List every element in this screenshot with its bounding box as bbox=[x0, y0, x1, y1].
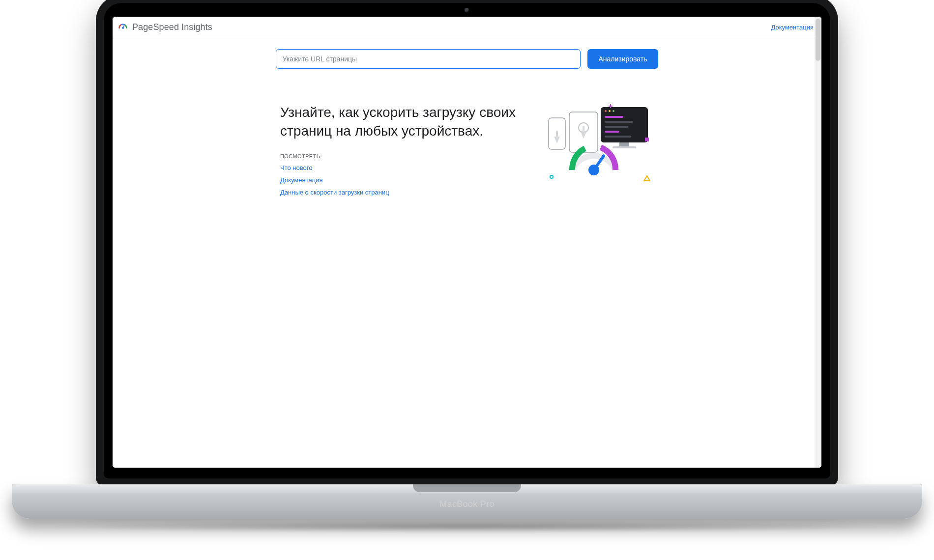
camera-icon bbox=[465, 8, 469, 13]
hero-headline: Узнайте, как ускорить загрузку своих стр… bbox=[280, 103, 522, 140]
svg-point-7 bbox=[609, 110, 611, 112]
brand[interactable]: PageSpeed Insights bbox=[117, 21, 212, 34]
trackpad-notch bbox=[413, 484, 521, 492]
hero-text: Узнайте, как ускорить загрузку своих стр… bbox=[280, 103, 522, 196]
svg-point-8 bbox=[613, 110, 614, 112]
laptop-lid: PageSpeed Insights Документация Анализир… bbox=[96, 0, 838, 486]
hero: Узнайте, как ускорить загрузку своих стр… bbox=[280, 103, 654, 196]
link-documentation[interactable]: Документация bbox=[280, 176, 522, 184]
svg-point-18 bbox=[550, 175, 553, 178]
hero-illustration bbox=[546, 103, 654, 184]
link-whats-new[interactable]: Что нового bbox=[280, 164, 522, 171]
device-label: MacBook Pro bbox=[439, 499, 494, 509]
device-frame: PageSpeed Insights Документация Анализир… bbox=[0, 0, 934, 560]
analyze-form: Анализировать bbox=[113, 38, 821, 74]
svg-point-6 bbox=[605, 110, 607, 112]
scrollbar-thumb[interactable] bbox=[816, 19, 820, 61]
shadow bbox=[44, 521, 890, 532]
svg-rect-15 bbox=[613, 146, 636, 148]
svg-rect-12 bbox=[605, 131, 619, 133]
svg-rect-14 bbox=[619, 142, 629, 146]
svg-rect-13 bbox=[605, 136, 631, 138]
svg-rect-9 bbox=[605, 116, 623, 118]
page: PageSpeed Insights Документация Анализир… bbox=[113, 17, 821, 468]
pagespeed-logo-icon bbox=[117, 21, 128, 34]
svg-rect-11 bbox=[605, 126, 628, 128]
brand-name: PageSpeed Insights bbox=[132, 22, 212, 32]
hero-section-label: ПОСМОТРЕТЬ bbox=[280, 153, 522, 159]
url-input[interactable] bbox=[276, 49, 581, 69]
svg-rect-19 bbox=[645, 138, 649, 141]
documentation-link[interactable]: Документация bbox=[771, 24, 814, 31]
screen: PageSpeed Insights Документация Анализир… bbox=[113, 17, 821, 468]
link-speed-data[interactable]: Данные о скорости загрузки страниц bbox=[280, 189, 522, 196]
scrollbar[interactable] bbox=[815, 17, 821, 468]
analyze-button[interactable]: Анализировать bbox=[587, 49, 658, 69]
app-header: PageSpeed Insights Документация bbox=[113, 17, 821, 38]
svg-rect-10 bbox=[605, 121, 633, 123]
screen-bezel: PageSpeed Insights Документация Анализир… bbox=[104, 3, 830, 478]
hero-links: Что нового Документация Данные о скорост… bbox=[280, 164, 522, 196]
